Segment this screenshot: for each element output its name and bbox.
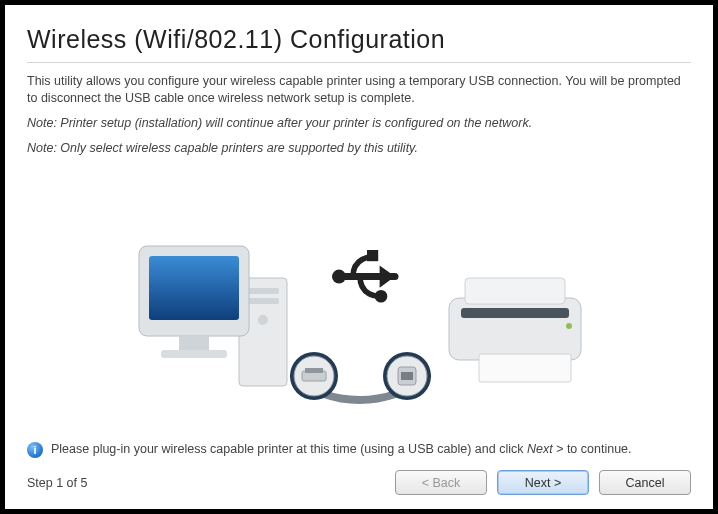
computer-icon — [139, 246, 287, 386]
svg-rect-6 — [179, 336, 209, 350]
svg-rect-7 — [161, 350, 227, 358]
page-title: Wireless (Wifi/802.11) Configuration — [27, 25, 691, 54]
usb-plug-a-icon — [290, 352, 338, 400]
note-2-text: Note: Only select wireless capable print… — [27, 140, 691, 157]
intro-text: This utility allows you configure your w… — [27, 73, 691, 107]
printer-icon — [449, 278, 581, 382]
usb-connection-illustration — [129, 208, 589, 408]
svg-point-3 — [258, 315, 268, 325]
info-icon: i — [27, 442, 43, 458]
svg-rect-5 — [149, 256, 239, 320]
info-row: i Please plug-in your wireless capable p… — [27, 441, 691, 458]
next-button[interactable]: Next > — [497, 470, 589, 495]
wizard-window: Wireless (Wifi/802.11) Configuration Thi… — [5, 5, 713, 509]
svg-rect-13 — [461, 308, 569, 318]
svg-point-15 — [566, 323, 572, 329]
svg-rect-23 — [401, 372, 413, 380]
divider — [27, 62, 691, 63]
instruction-next-ref: Next > — [527, 442, 563, 456]
instruction-suffix: to continue. — [563, 442, 631, 456]
note-1-text: Note: Printer setup (installation) will … — [27, 115, 691, 132]
svg-rect-2 — [247, 298, 279, 304]
svg-rect-12 — [465, 278, 565, 304]
footer: Step 1 of 5 < Back Next > Cancel — [27, 468, 691, 495]
instruction-prefix: Please plug-in your wireless capable pri… — [51, 442, 527, 456]
svg-rect-14 — [479, 354, 571, 382]
back-button: < Back — [395, 470, 487, 495]
step-label: Step 1 of 5 — [27, 476, 87, 490]
svg-rect-19 — [305, 368, 323, 373]
svg-point-10 — [375, 290, 388, 303]
illustration — [27, 175, 691, 442]
svg-rect-1 — [247, 288, 279, 294]
cancel-button[interactable]: Cancel — [599, 470, 691, 495]
svg-rect-9 — [367, 250, 378, 261]
svg-rect-11 — [449, 298, 581, 360]
instruction-text: Please plug-in your wireless capable pri… — [51, 441, 632, 458]
usb-plug-b-icon — [383, 352, 431, 400]
usb-icon — [332, 250, 395, 303]
